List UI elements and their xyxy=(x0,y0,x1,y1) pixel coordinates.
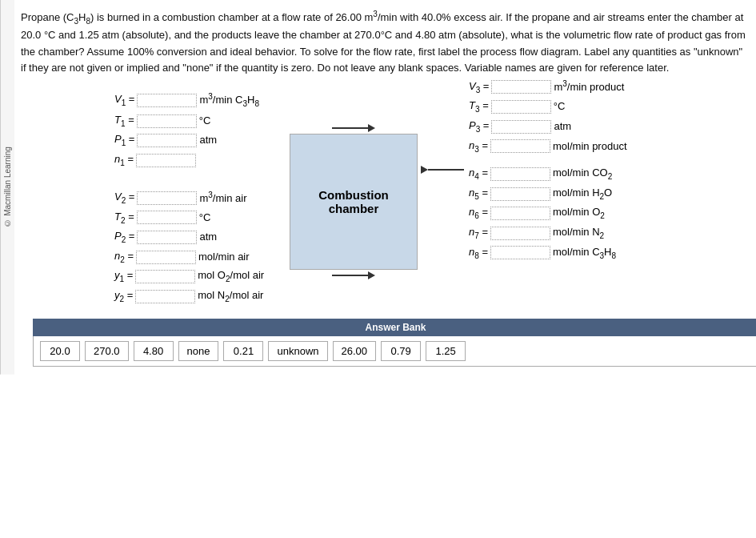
n2-label: n2 = xyxy=(114,248,134,267)
p2-row: P2 = atm xyxy=(114,228,286,247)
n5-input[interactable] xyxy=(490,187,550,201)
n1-input[interactable] xyxy=(136,154,196,167)
p1-row: P1 = atm xyxy=(114,131,286,150)
t3-input[interactable] xyxy=(491,100,551,114)
v1-input[interactable] xyxy=(137,94,197,107)
answer-bank-section: Answer Bank 20.0 270.0 4.80 none 0.21 un… xyxy=(33,319,756,367)
n1-label: n1 = xyxy=(114,151,134,170)
n7-label: n7 = xyxy=(469,224,488,243)
problem-text: Propane (C3H8) is burned in a combustion… xyxy=(21,8,746,76)
v2-input[interactable] xyxy=(137,191,197,205)
bank-item-1[interactable]: 270.0 xyxy=(85,341,129,361)
answer-bank-items: 20.0 270.0 4.80 none 0.21 unknown 26.00 … xyxy=(33,336,756,367)
v1-row: V1 = m3/min C3H8 xyxy=(114,90,286,110)
p2-label: P2 = xyxy=(114,228,134,247)
v2-label: V2 = xyxy=(114,189,134,207)
p3-label: P3 = xyxy=(469,118,489,136)
left-variables-panel: V1 = m3/min C3H8 T1 = °C P1 = atm xyxy=(114,90,286,306)
n7-unit: mol/min N2 xyxy=(553,224,604,243)
p1-input[interactable] xyxy=(137,134,197,147)
n4-label: n4 = xyxy=(469,165,488,183)
bank-item-0[interactable]: 20.0 xyxy=(40,341,80,361)
p2-input[interactable] xyxy=(137,231,197,244)
bank-item-6[interactable]: 26.00 xyxy=(333,341,377,361)
n3-label: n3 = xyxy=(469,138,488,156)
t2-unit: °C xyxy=(199,210,211,227)
n8-label: n8 = xyxy=(469,244,488,263)
v2-row: V2 = m3/min air xyxy=(114,189,286,207)
v3-unit: m3/min product xyxy=(554,78,624,96)
n1-row: n1 = xyxy=(114,151,286,170)
n6-label: n6 = xyxy=(469,204,488,223)
y1-row: y1 = mol O2/mol air xyxy=(114,267,286,286)
n8-input[interactable] xyxy=(490,246,550,259)
y2-label: y2 = xyxy=(114,287,133,306)
t3-label: T3 = xyxy=(469,98,489,116)
copyright-label: © Macmillan Learning xyxy=(0,0,14,375)
t1-label: T1 = xyxy=(114,112,134,130)
n3-row: n3 = mol/min product xyxy=(469,138,677,156)
v3-row: V3 = m3/min product xyxy=(469,78,677,96)
bank-item-7[interactable]: 0.79 xyxy=(381,341,421,361)
n7-row: n7 = mol/min N2 xyxy=(469,224,677,243)
y1-label: y1 = xyxy=(114,267,133,286)
t3-row: T3 = °C xyxy=(469,98,677,116)
n6-unit: mol/min O2 xyxy=(553,204,605,223)
v2-unit: m3/min air xyxy=(199,189,246,207)
n4-row: n4 = mol/min CO2 xyxy=(469,165,677,183)
n5-label: n5 = xyxy=(469,185,488,203)
n4-input[interactable] xyxy=(490,167,550,181)
n7-input[interactable] xyxy=(490,227,550,240)
v3-input[interactable] xyxy=(491,80,551,94)
v3-label: V3 = xyxy=(469,78,489,97)
t1-input[interactable] xyxy=(137,114,197,128)
bank-item-2[interactable]: 4.80 xyxy=(134,341,174,361)
t2-input[interactable] xyxy=(137,211,197,224)
combustion-chamber: Combustion chamber xyxy=(290,134,418,270)
t2-label: T2 = xyxy=(114,209,134,227)
p3-row: P3 = atm xyxy=(469,118,677,136)
v1-unit: m3/min C3H8 xyxy=(199,90,258,110)
n3-unit: mol/min product xyxy=(553,139,626,155)
p1-unit: atm xyxy=(199,132,217,149)
t1-row: T1 = °C xyxy=(114,112,286,130)
diagram-area: V1 = m3/min C3H8 T1 = °C P1 = atm xyxy=(21,90,746,367)
n6-row: n6 = mol/min O2 xyxy=(469,204,677,223)
bank-item-4[interactable]: 0.21 xyxy=(223,341,263,361)
p1-label: P1 = xyxy=(114,131,134,150)
y1-unit: mol O2/mol air xyxy=(198,267,264,286)
y2-input[interactable] xyxy=(135,290,195,303)
t1-unit: °C xyxy=(199,113,211,130)
bank-item-5[interactable]: unknown xyxy=(268,341,327,361)
n8-unit: mol/min C3H8 xyxy=(553,244,616,263)
t2-row: T2 = °C xyxy=(114,209,286,227)
bank-item-3[interactable]: none xyxy=(178,341,219,361)
bank-item-8[interactable]: 1.25 xyxy=(426,341,466,361)
p3-input[interactable] xyxy=(491,120,551,134)
n3-input[interactable] xyxy=(490,139,550,153)
p3-unit: atm xyxy=(554,118,571,135)
y2-row: y2 = mol N2/mol air xyxy=(114,287,286,306)
n5-unit: mol/min H2O xyxy=(553,185,612,203)
n6-input[interactable] xyxy=(490,207,550,220)
n2-unit: mol/min air xyxy=(198,249,250,266)
y1-input[interactable] xyxy=(135,270,195,283)
v1-label: V1 = xyxy=(114,91,134,110)
y2-unit: mol N2/mol air xyxy=(198,287,263,306)
p2-unit: atm xyxy=(199,229,217,246)
answer-bank-header: Answer Bank xyxy=(33,319,756,336)
n4-unit: mol/min CO2 xyxy=(553,165,612,183)
n8-row: n8 = mol/min C3H8 xyxy=(469,244,677,263)
n2-row: n2 = mol/min air xyxy=(114,248,286,267)
n2-input[interactable] xyxy=(136,251,196,264)
n5-row: n5 = mol/min H2O xyxy=(469,185,677,203)
t3-unit: °C xyxy=(554,98,566,115)
